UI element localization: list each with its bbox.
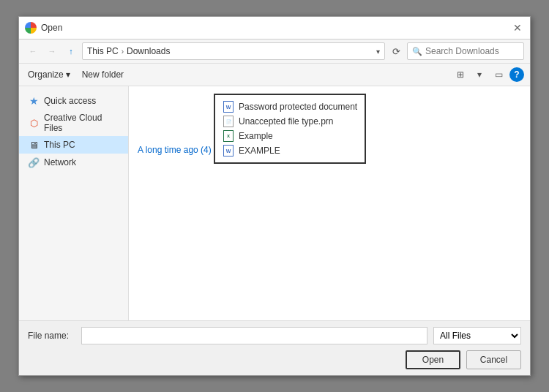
back-button[interactable]: ← — [25, 43, 41, 59]
chrome-icon — [25, 22, 37, 34]
file-item-1[interactable]: W Password protected document — [220, 99, 360, 114]
organize-button[interactable]: Organize ▾ — [25, 68, 73, 81]
filename-input[interactable] — [81, 327, 427, 344]
sidebar-item-this-pc[interactable]: 🖥 This PC — [19, 136, 128, 154]
breadcrumb-downloads: Downloads — [127, 46, 170, 56]
file-name-3: Example — [239, 131, 273, 141]
file-icon-4: W — [223, 145, 234, 157]
view-dropdown-button[interactable]: ▾ — [471, 67, 488, 83]
breadcrumb-dropdown-button[interactable]: ▾ — [376, 48, 380, 56]
panel-icon-button[interactable]: ▭ — [490, 67, 507, 83]
sidebar-item-creative-cloud[interactable]: ⬡ Creative Cloud Files — [19, 110, 128, 136]
new-folder-button[interactable]: New folder — [79, 68, 127, 81]
organize-label: Organize — [28, 69, 64, 80]
sidebar: ★ Quick access ⬡ Creative Cloud Files 🖥 … — [19, 86, 129, 320]
file-item-2[interactable]: 📄 Unaccepted file type.prn — [220, 114, 360, 129]
search-icon: 🔍 — [412, 47, 422, 56]
sidebar-item-network-label: Network — [44, 157, 76, 167]
file-icon-3: X — [223, 130, 234, 142]
cancel-button[interactable]: Cancel — [466, 350, 521, 369]
sidebar-item-this-pc-label: This PC — [44, 140, 75, 150]
organize-arrow: ▾ — [66, 69, 70, 80]
action-bar: Organize ▾ New folder ⊞ ▾ ▭ ? — [19, 64, 530, 86]
title-bar: Open ✕ — [19, 17, 530, 39]
file-name-2: Unaccepted file type.prn — [239, 116, 333, 127]
refresh-button[interactable]: ⟳ — [388, 43, 404, 59]
section-header[interactable]: A long time ago (4) — [138, 145, 212, 155]
file-name-4: EXAMPLE — [239, 146, 280, 156]
sidebar-item-quick-access[interactable]: ★ Quick access — [19, 92, 128, 110]
search-bar: 🔍 — [407, 42, 524, 60]
file-icon-2: 📄 — [223, 116, 234, 127]
filetype-select[interactable]: All Files — [433, 327, 521, 344]
file-list: W Password protected document 📄 Unaccept… — [214, 94, 366, 164]
up-button[interactable]: ↑ — [63, 43, 79, 59]
breadcrumb-this-pc: This PC — [87, 46, 119, 56]
search-input[interactable] — [425, 46, 513, 56]
network-icon: 🔗 — [28, 157, 40, 168]
open-dialog: Open ✕ ← → ↑ This PC › Downloads ▾ ⟳ 🔍 O… — [18, 16, 531, 376]
filename-row: File name: All Files — [28, 327, 521, 344]
bottom-bar: File name: All Files Open Cancel — [19, 320, 530, 375]
file-icon-1: W — [223, 101, 234, 113]
forward-button[interactable]: → — [44, 43, 60, 59]
main-area: ★ Quick access ⬡ Creative Cloud Files 🖥 … — [19, 86, 530, 320]
content-area: A long time ago (4) W Password protected… — [129, 86, 530, 320]
file-name-1: Password protected document — [239, 102, 357, 112]
breadcrumb-separator: › — [122, 48, 124, 56]
navigation-toolbar: ← → ↑ This PC › Downloads ▾ ⟳ 🔍 — [19, 39, 530, 64]
creative-cloud-icon: ⬡ — [28, 117, 40, 129]
open-button[interactable]: Open — [406, 350, 460, 369]
sidebar-item-quick-access-label: Quick access — [44, 96, 96, 106]
sidebar-item-creative-cloud-label: Creative Cloud Files — [44, 113, 119, 133]
dialog-title: Open — [41, 23, 62, 33]
title-bar-left: Open — [25, 22, 62, 34]
quick-access-icon: ★ — [28, 95, 40, 107]
close-button[interactable]: ✕ — [511, 21, 524, 34]
view-icon-button[interactable]: ⊞ — [452, 67, 468, 83]
breadcrumb-bar[interactable]: This PC › Downloads ▾ — [82, 42, 385, 60]
file-item-3[interactable]: X Example — [220, 129, 360, 143]
filename-label: File name: — [28, 331, 75, 341]
help-button[interactable]: ? — [509, 67, 524, 82]
button-row: Open Cancel — [28, 350, 521, 369]
file-item-4[interactable]: W EXAMPLE — [220, 143, 360, 158]
view-controls: ⊞ ▾ ▭ ? — [452, 67, 524, 83]
sidebar-item-network[interactable]: 🔗 Network — [19, 154, 128, 171]
this-pc-icon: 🖥 — [28, 139, 40, 151]
